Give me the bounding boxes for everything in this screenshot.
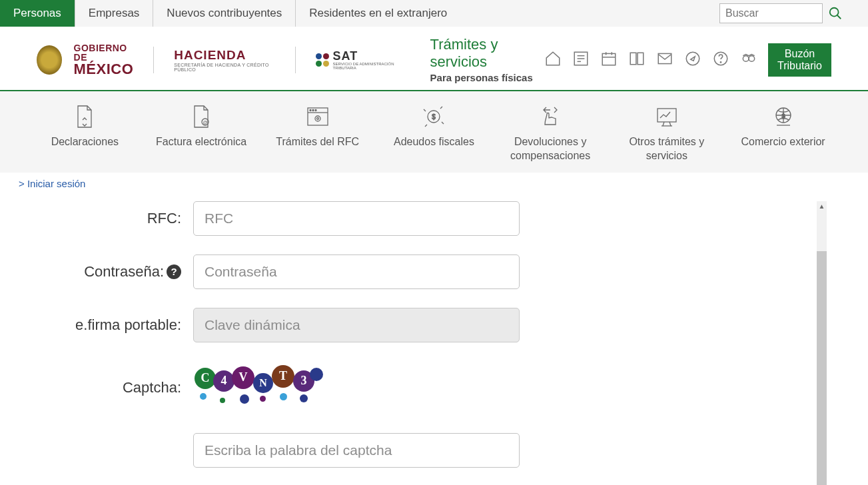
cat-label: Devoluciones y compensaciones xyxy=(500,135,600,163)
cat-label: Adeudos fiscales xyxy=(394,135,474,149)
svg-text:$: $ xyxy=(781,113,785,119)
buzon-tributario-button[interactable]: Buzón Tributario xyxy=(768,43,831,77)
rfc-input[interactable] xyxy=(193,201,520,236)
globe-dollar-icon: $ xyxy=(770,103,797,130)
owl-icon[interactable] xyxy=(740,50,757,70)
cat-label: Declaraciones xyxy=(51,135,119,149)
password-label: Contraseña: ? xyxy=(40,263,193,280)
sat-logo: SAT SERVICIO DE ADMINISTRACIÓN TRIBUTARI… xyxy=(316,50,404,70)
mail-icon[interactable] xyxy=(656,50,673,70)
sat-line1: SAT xyxy=(333,50,404,62)
captcha-image: C 4 V N T 3 xyxy=(193,361,520,414)
login-form-area: ▲ ▼ RFC: Contraseña: ? e.firma portable:… xyxy=(0,195,868,485)
divider xyxy=(153,47,154,73)
svg-point-0 xyxy=(830,8,839,17)
hand-swap-icon xyxy=(537,103,564,130)
cat-comercio-exterior[interactable]: $ Comercio exterior xyxy=(733,103,833,163)
cat-devoluciones[interactable]: Devoluciones y compensaciones xyxy=(500,103,600,163)
hacienda-line1: HACIENDA xyxy=(174,48,275,63)
cat-label: Otros trámites y servicios xyxy=(617,135,717,163)
help-circle-icon[interactable] xyxy=(712,50,729,70)
invoice-icon: @ xyxy=(188,103,215,130)
tab-empresas[interactable]: Empresas xyxy=(75,0,154,27)
cat-label: Trámites del RFC xyxy=(276,135,359,149)
svg-rect-6 xyxy=(602,53,616,65)
tab-residentes-extranjero[interactable]: Residentes en el extranjero xyxy=(296,0,460,27)
svg-rect-10 xyxy=(658,53,671,63)
svg-point-14 xyxy=(743,55,749,61)
svg-text:$: $ xyxy=(432,113,436,121)
document-up-icon xyxy=(71,103,98,130)
sat-dots-icon xyxy=(316,53,329,67)
login-form: RFC: Contraseña: ? e.firma portable: Cap… xyxy=(40,201,586,485)
gobierno-line2: MÉXICO xyxy=(74,62,134,77)
chart-screen-icon xyxy=(653,103,680,130)
gobierno-mexico-logo: GOBIERNO DE MÉXICO xyxy=(74,43,134,77)
top-audience-bar: Personas Empresas Nuevos contribuyentes … xyxy=(0,0,868,27)
rfc-label: RFC: xyxy=(40,210,193,227)
search-icon[interactable] xyxy=(828,6,843,21)
sat-line2: SERVICIO DE ADMINISTRACIÓN TRIBUTARIA xyxy=(333,62,404,70)
home-icon[interactable] xyxy=(544,50,562,70)
svg-point-21 xyxy=(312,110,314,111)
book-icon[interactable] xyxy=(628,50,646,70)
page-title: Trámites y servicios xyxy=(430,36,544,71)
calendar-icon[interactable] xyxy=(600,50,618,70)
audience-tabs: Personas Empresas Nuevos contribuyentes … xyxy=(0,0,460,27)
svg-point-13 xyxy=(720,61,721,62)
svg-line-1 xyxy=(837,15,841,19)
svg-point-20 xyxy=(310,110,311,111)
money-down-icon: $ xyxy=(420,103,447,130)
compass-icon[interactable] xyxy=(684,50,701,70)
svg-point-22 xyxy=(315,110,316,111)
category-nav: Declaraciones @ Factura electrónica Trám… xyxy=(0,91,868,173)
tab-nuevos-contribuyentes[interactable]: Nuevos contribuyentes xyxy=(153,0,296,27)
search-input[interactable] xyxy=(719,3,823,23)
browser-gear-icon xyxy=(304,103,331,130)
tab-personas[interactable]: Personas xyxy=(0,0,75,27)
svg-line-29 xyxy=(669,122,671,126)
password-label-text: Contraseña: xyxy=(84,263,164,280)
cat-factura[interactable]: @ Factura electrónica xyxy=(151,103,251,163)
divider xyxy=(295,47,296,73)
header-bar: GOBIERNO DE MÉXICO HACIENDA SECRETARÍA D… xyxy=(0,27,868,91)
hacienda-line2: SECRETARÍA DE HACIENDA Y CRÉDITO PÚBLICO xyxy=(174,63,275,72)
help-icon[interactable]: ? xyxy=(167,264,181,279)
cat-otros-tramites[interactable]: Otros trámites y servicios xyxy=(617,103,717,163)
cat-label: Factura electrónica xyxy=(156,135,246,149)
cat-adeudos[interactable]: $ Adeudos fiscales xyxy=(384,103,484,163)
logo-block: GOBIERNO DE MÉXICO HACIENDA SECRETARÍA D… xyxy=(37,43,404,77)
search-container xyxy=(719,3,843,23)
captcha-label: Captcha: xyxy=(40,379,193,396)
svg-line-28 xyxy=(663,122,664,126)
svg-point-24 xyxy=(316,118,318,120)
svg-point-11 xyxy=(686,52,699,65)
password-input[interactable] xyxy=(193,254,520,289)
scrollbar[interactable]: ▲ ▼ xyxy=(817,201,827,485)
svg-point-23 xyxy=(315,116,320,121)
mexico-seal-icon xyxy=(37,45,62,75)
scroll-up-icon[interactable]: ▲ xyxy=(817,201,827,212)
header-title-block: Trámites y servicios Para personas físic… xyxy=(430,36,544,83)
svg-point-15 xyxy=(749,55,755,61)
cat-tramites-rfc[interactable]: Trámites del RFC xyxy=(268,103,368,163)
captcha-input[interactable] xyxy=(193,433,520,468)
cat-label: Comercio exterior xyxy=(741,135,825,149)
gobierno-line1: GOBIERNO DE xyxy=(74,43,134,62)
news-icon[interactable] xyxy=(572,50,590,70)
page-subtitle: Para personas físicas xyxy=(430,72,544,83)
breadcrumb[interactable]: > Iniciar sesión xyxy=(0,173,868,195)
efirma-portable-label: e.firma portable: xyxy=(40,316,193,334)
efirma-portable-input xyxy=(193,308,520,342)
header-icon-row: Buzón Tributario xyxy=(544,43,831,77)
scroll-thumb[interactable] xyxy=(817,251,827,485)
hacienda-logo: HACIENDA SECRETARÍA DE HACIENDA Y CRÉDIT… xyxy=(174,48,275,72)
svg-text:@: @ xyxy=(203,120,207,125)
cat-declaraciones[interactable]: Declaraciones xyxy=(35,103,135,163)
